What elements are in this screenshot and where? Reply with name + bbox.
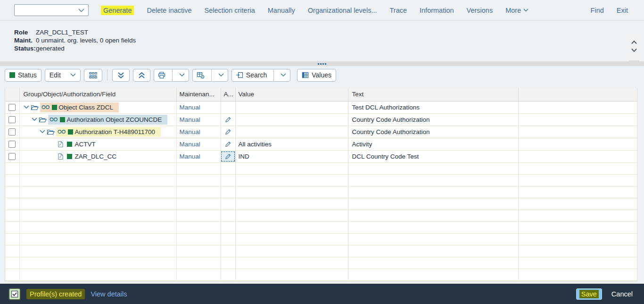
menu-organizational-levels[interactable]: Organizational levels... (308, 7, 377, 14)
edit-pencil-icon[interactable] (221, 115, 235, 125)
row-checkbox[interactable] (8, 153, 16, 160)
value-cell (235, 101, 348, 113)
maintenance-link[interactable]: Manual (180, 141, 200, 148)
cancel-button[interactable]: Cancel (611, 290, 633, 298)
menu-trace[interactable]: Trace (389, 7, 407, 14)
menu-delete-inactive[interactable]: Delete inactive (147, 7, 191, 14)
chevron-down-icon (70, 73, 76, 77)
chevron-down-icon (281, 73, 286, 77)
status-green-square-icon (67, 142, 72, 147)
chevron-down-icon[interactable] (630, 48, 638, 53)
status-green-square-icon (60, 117, 65, 122)
empty-row (5, 162, 637, 174)
maintenance-link[interactable]: Manual (180, 128, 200, 135)
tree-node-label[interactable]: Object Class ZDCL (59, 104, 114, 111)
maintenance-link[interactable]: Manual (180, 116, 200, 123)
search-button-label: Search (246, 71, 267, 79)
print-menu-arrow[interactable] (175, 69, 189, 81)
expand-all-button[interactable] (112, 69, 130, 82)
button-divider (172, 69, 173, 81)
table-row: Authorization T-H489011700 Manual Countr… (5, 126, 637, 138)
print-split-button[interactable] (154, 69, 189, 82)
row-checkbox[interactable] (8, 128, 16, 135)
row-checkbox[interactable] (8, 141, 16, 148)
edit-pencil-icon[interactable] (221, 139, 235, 149)
empty-row (5, 174, 637, 186)
menu-manually[interactable]: Manually (268, 7, 295, 14)
search-menu-arrow[interactable] (277, 69, 290, 81)
edit-menu-button[interactable]: Edit (45, 69, 81, 82)
status-green-square-icon (68, 129, 73, 135)
edit-pencil-icon-focused[interactable] (221, 152, 235, 161)
search-split-button[interactable]: Search (231, 69, 290, 82)
menu-find[interactable]: Find (591, 7, 604, 14)
tree-collapse-icon[interactable] (40, 130, 45, 134)
chevron-down-icon (523, 8, 528, 12)
grid-settings-button[interactable] (193, 69, 208, 81)
empty-row (5, 280, 637, 281)
empty-row (5, 257, 637, 269)
maintenance-link[interactable]: Manual (180, 153, 200, 160)
status-button-label: Status (18, 71, 37, 79)
tree-field-label[interactable]: ZAR_DLC_CC (75, 153, 117, 160)
org-levels-button[interactable] (84, 69, 102, 82)
folder-icon (47, 129, 55, 135)
empty-row (5, 221, 637, 233)
empty-row (5, 269, 637, 280)
role-combobox[interactable] (14, 4, 89, 16)
table-row: Object Class ZDCL Manual Test DCL Author… (5, 101, 637, 113)
save-button[interactable]: Save (576, 288, 602, 300)
status-footer-bar: Profile(s) created View details Save Can… (0, 284, 644, 304)
text-cell: Activity (348, 138, 518, 150)
menu-right: Find Exit (591, 7, 628, 14)
tree-collapse-icon[interactable] (32, 118, 37, 121)
empty-row (5, 198, 637, 210)
status-message: Profile(s) created (26, 289, 85, 299)
value-cell (235, 126, 348, 138)
tree-node-label[interactable]: Authorization T-H489011700 (75, 128, 156, 135)
role-value: ZAR_DCL1_TEST (36, 28, 88, 36)
printer-icon (158, 72, 165, 79)
status-value: generated (36, 44, 65, 52)
menu-information[interactable]: Information (420, 7, 454, 14)
tree-node-label[interactable]: Authorization Object ZCOUNCDE (67, 116, 162, 123)
grid-settings-split-button[interactable] (192, 69, 228, 82)
menu-versions[interactable]: Versions (467, 7, 493, 14)
empty-row (5, 186, 637, 198)
table-row: Authorization Object ZCOUNCDE Manual Cou… (5, 113, 637, 126)
menu-exit[interactable]: Exit (617, 7, 628, 14)
maint-label: Maint. (14, 36, 36, 44)
toolbar-separator (107, 69, 107, 81)
grid-settings-menu-arrow[interactable] (215, 69, 228, 81)
values-button[interactable]: Values (297, 69, 336, 82)
view-details-link[interactable]: View details (91, 290, 127, 298)
header-text-column: Text (348, 88, 518, 101)
row-checkbox[interactable] (8, 116, 16, 123)
splitter-handle[interactable] (0, 61, 644, 66)
search-button[interactable]: Search (232, 69, 271, 81)
status-button[interactable]: Status (5, 69, 41, 82)
status-green-icon (9, 72, 15, 78)
print-button[interactable] (154, 69, 169, 81)
success-checkbox-icon (8, 288, 21, 300)
menu-selection-criteria[interactable]: Selection criteria (205, 7, 255, 14)
edit-pencil-icon[interactable] (221, 127, 235, 137)
values-table-icon (302, 72, 309, 78)
tree-field-label[interactable]: ACTVT (75, 141, 96, 148)
value-cell: IND (235, 150, 348, 162)
row-checkbox[interactable] (8, 104, 16, 111)
maintenance-link[interactable]: Manual (180, 104, 200, 111)
table-toolbar: Status Edit (0, 68, 644, 82)
menu-more[interactable]: More (505, 7, 528, 14)
values-button-label: Values (312, 71, 331, 79)
collapse-all-button[interactable] (133, 69, 150, 82)
chevron-up-icon[interactable] (630, 40, 638, 45)
tree-collapse-icon[interactable] (24, 105, 29, 109)
text-cell: Test DCL Authorizations (348, 101, 518, 113)
role-info-panel: Role ZAR_DCL1_TEST Maint. 0 unmaint. org… (0, 21, 644, 61)
menu-generate[interactable]: Generate (101, 6, 134, 15)
folder-icon (31, 104, 39, 110)
splitter-dots-icon (318, 63, 326, 65)
status-label: Status: (14, 44, 36, 52)
header-value-column: Value (235, 88, 348, 101)
